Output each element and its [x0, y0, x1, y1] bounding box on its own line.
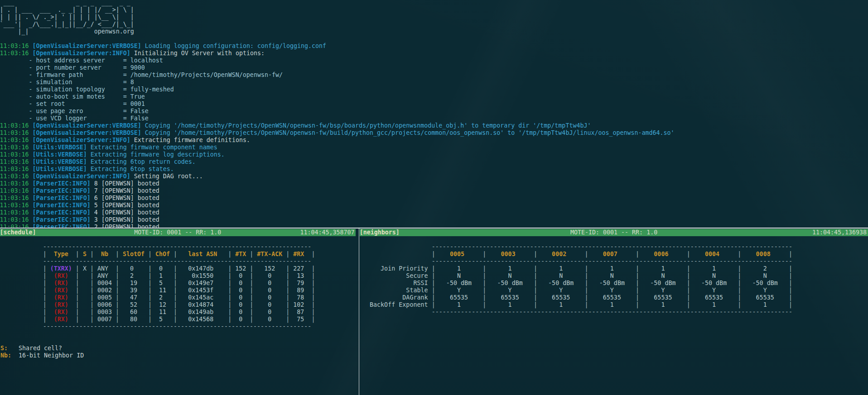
schedule-cell: 75	[289, 316, 311, 323]
table-pipe: |	[148, 287, 152, 294]
table-pipe: |	[43, 301, 47, 308]
table-pipe: |	[789, 294, 792, 301]
schedule-cell: 89	[289, 287, 311, 294]
schedule-cell: 152	[231, 265, 250, 272]
schedule-col-header: SlotOf	[119, 251, 148, 257]
table-pipe: |	[90, 301, 94, 308]
table-pipe: |	[228, 272, 231, 279]
log-message: 3 [OPENWSN] booted	[94, 216, 159, 223]
server-log: ___ _ _ _ ___ _ _ | . | ___ ___ ._ _| | …	[0, 0, 675, 228]
table-pipe: |	[174, 301, 177, 308]
log-timestamp: 11:03:16	[0, 224, 29, 228]
schedule-cell	[79, 272, 90, 279]
log-tag: [OpenVisualizerServer:VERBOSE]	[33, 129, 141, 136]
neighbors-statusbar: [neighbors] MOTE-ID: 0001 -- RR: 1.0 11:…	[360, 229, 868, 236]
log-tag: [OpenVisualizerServer:VERBOSE]	[33, 122, 141, 129]
table-pipe: |	[174, 251, 177, 257]
log-tag: [OpenVisualizerServer:VERBOSE]	[33, 43, 141, 49]
table-pipe: |	[148, 316, 152, 323]
table-pipe: |	[90, 309, 94, 315]
log-option-line: - auto-boot sim motes = True	[0, 93, 145, 100]
schedule-cell: 0002	[94, 287, 116, 294]
table-pipe: |	[43, 280, 47, 286]
neighbor-row-label: DAGrank	[359, 294, 432, 301]
log-timestamp: 11:03:16	[0, 50, 29, 57]
schedule-cell: 102	[289, 301, 311, 308]
table-pipe: |	[174, 265, 177, 272]
schedule-cell: 0	[253, 287, 286, 294]
log-message: Copying '/home/timothy/Projects/OpenWSN/…	[145, 129, 675, 136]
log-timestamp: 11:03:16	[0, 137, 29, 143]
neighbors-table-border: ----------------------------------------…	[432, 258, 792, 265]
terminal-screen: ___ _ _ _ ___ _ _ | . | ___ ___ ._ _| | …	[0, 0, 868, 395]
neighbor-mote-id: 0006	[639, 251, 687, 257]
neighbor-cell: Y	[588, 287, 636, 294]
schedule-col-header: ChOf	[152, 251, 174, 257]
neighbor-cell: Y	[537, 287, 585, 294]
neighbor-mote-id: 0004	[690, 251, 738, 257]
table-pipe: |	[174, 309, 177, 315]
schedule-cell	[79, 316, 90, 323]
log-timestamp: 11:03:16	[0, 129, 29, 136]
log-tag: [ParserIEC:INFO]	[33, 209, 91, 216]
schedule-row: | (TXRX) | X | ANY | 0 | 0 | 0x147db | 1…	[43, 265, 315, 272]
legend-text: Shared cell?	[8, 345, 62, 352]
table-pipe: |	[43, 272, 47, 279]
schedule-cell: (RX)	[47, 287, 76, 294]
table-pipe: |	[43, 287, 47, 294]
log-timestamp: 11:03:16	[0, 195, 29, 201]
schedule-legend: S: Shared cell? Nb: 16-bit Neighbor ID	[0, 345, 84, 359]
table-pipe: |	[432, 251, 435, 257]
schedule-cell: 2	[152, 294, 174, 301]
neighbors-row: DAGrank | 65535 | 65535 | 65535 | 65535 …	[359, 294, 792, 301]
table-pipe: |	[311, 251, 315, 257]
neighbor-cell: N	[690, 272, 738, 279]
ascii-logo-line: |_| openwsn.org	[0, 28, 134, 35]
log-message: 5 [OPENWSN] booted	[94, 202, 159, 209]
table-pipe: |	[687, 265, 690, 272]
neighbor-mote-id: 0002	[537, 251, 585, 257]
log-option-line: - use VCD logger = False	[0, 115, 149, 122]
neighbor-cell: Y	[435, 287, 483, 294]
schedule-clock: 11:04:45,358707	[300, 229, 354, 236]
table-pipe: |	[432, 301, 435, 308]
schedule-cell: 0003	[94, 309, 116, 315]
table-pipe: |	[116, 309, 119, 315]
table-pipe: |	[174, 294, 177, 301]
table-pipe: |	[432, 272, 435, 279]
schedule-cell: 5	[152, 316, 174, 323]
log-tag: [OpenVisualizerServer:INFO]	[33, 173, 130, 180]
schedule-row: | (RX) | | 0006 | 52 | 12 | 0x14874 | 0 …	[43, 301, 315, 308]
table-pipe: |	[174, 287, 177, 294]
table-pipe: |	[90, 280, 94, 286]
table-pipe: |	[534, 265, 537, 272]
schedule-cell: 0	[231, 301, 250, 308]
legend-line: Nb: 16-bit Neighbor ID	[0, 352, 84, 359]
neighbors-table-border: ----------------------------------------…	[432, 309, 792, 315]
neighbors-table-border: ----------------------------------------…	[432, 243, 792, 250]
table-pipe: |	[76, 265, 79, 272]
schedule-cell: 0x1550	[177, 272, 228, 279]
log-message: Extracting firmware log descriptions.	[91, 151, 225, 158]
pane-horizontal-border	[0, 228, 868, 228]
neighbor-row-label: Secure	[359, 272, 432, 279]
table-pipe: |	[789, 272, 792, 279]
neighbor-cell: Y	[690, 287, 738, 294]
neighbor-cell: 65535	[486, 294, 534, 301]
legend-line: S: Shared cell?	[0, 345, 62, 352]
log-timestamp: 11:03:16	[0, 216, 29, 223]
neighbor-cell: -50 dBm	[486, 280, 534, 286]
log-message: Extracting firmware definitions.	[134, 137, 250, 143]
log-option-line: - set root = 0001	[0, 100, 145, 107]
table-pipe: |	[116, 251, 119, 257]
neighbor-cell: 1	[588, 265, 636, 272]
log-pane[interactable]: ___ _ _ _ ___ _ _ | . | ___ ___ ._ _| | …	[0, 0, 868, 228]
table-pipe: |	[228, 251, 231, 257]
log-message: 7 [OPENWSN] booted	[94, 187, 159, 194]
neighbor-cell: 65535	[588, 294, 636, 301]
table-pipe: |	[534, 272, 537, 279]
table-pipe: |	[90, 294, 94, 301]
schedule-cell: 152	[253, 265, 286, 272]
table-pipe: |	[116, 280, 119, 286]
table-pipe: |	[585, 301, 588, 308]
